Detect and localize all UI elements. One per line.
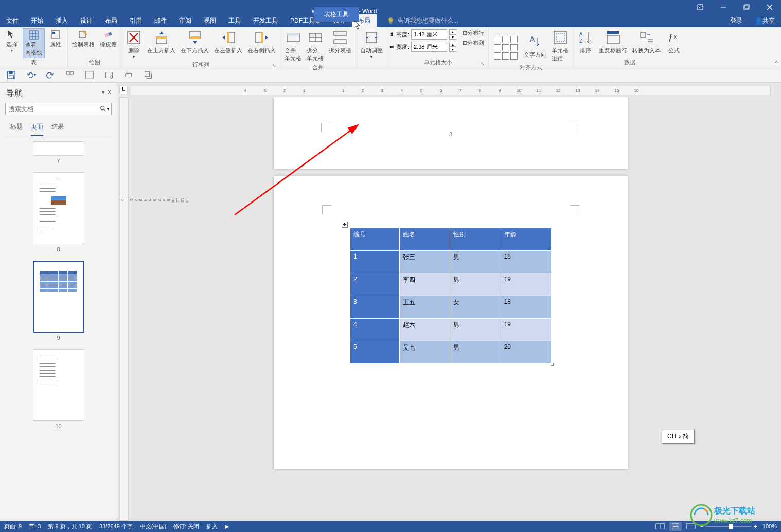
status-insert-mode[interactable]: 插入 [206,523,218,530]
table-cell[interactable]: 4 [350,319,400,341]
split-cells-button[interactable]: 拆分 单元格 [305,28,326,63]
align-tc[interactable] [502,36,509,43]
align-tr[interactable] [510,36,518,43]
menu-developer[interactable]: 开发工具 [247,14,284,27]
menu-tools[interactable]: 工具 [222,14,247,27]
table-cell[interactable]: 张三 [400,251,450,273]
status-record[interactable]: ▶ [225,523,229,530]
table-cell[interactable]: 19 [501,319,551,341]
table-row[interactable]: 3王五女18 [350,296,552,319]
distribute-rows-button[interactable]: ⊞ 分布行 [460,28,486,38]
table-row[interactable]: 1张三男18 [350,251,552,273]
align-bl[interactable] [494,52,501,60]
align-bc[interactable] [502,52,509,60]
table-cell[interactable]: 男 [450,273,501,296]
page-thumbnail-9[interactable] [33,261,84,333]
page-thumbnail-8[interactable]: ━━━━ ━━━━━━━━━━━━━━━━━━━━━━━━━━━━━━━━━━━… [33,172,84,244]
nav-search-input[interactable] [5,103,112,115]
menu-references[interactable]: 引用 [123,14,148,27]
page-thumbnail-10[interactable]: ━━━━━━━━━━━━━━━━━━━━━━━━━━━━━━━━━━━━━━━━… [33,349,84,421]
menu-layout[interactable]: 布局 [99,14,123,27]
table-cell[interactable]: 3 [350,296,400,319]
width-input[interactable] [411,42,447,52]
nav-close-button[interactable]: ✕ [107,89,112,96]
minimize-button[interactable] [712,0,735,14]
insert-right-button[interactable]: 在右侧插入 [245,28,278,56]
table-cell[interactable]: 男 [450,341,501,364]
align-ml[interactable] [494,44,501,51]
menu-insert[interactable]: 插入 [49,14,74,27]
table-row[interactable]: 4赵六男19 [350,319,552,341]
vertical-ruler[interactable]: 2112345678910111213 [119,97,129,521]
sort-button[interactable]: AZ 排序 [575,28,596,56]
menu-file[interactable]: 文件 [0,14,25,27]
alignment-grid[interactable] [494,36,518,60]
autofit-button[interactable]: 自动调整▾ [358,28,385,60]
qat-btn-7[interactable] [123,70,134,80]
view-gridlines-button[interactable]: 查看 网格线 [23,28,45,58]
table-cell[interactable]: 吴七 [400,341,450,364]
nav-search-button[interactable]: ▾ [97,103,111,115]
cell-size-launcher[interactable]: ⤡ [480,61,485,66]
restore-button[interactable] [735,0,758,14]
formula-button[interactable]: fx 公式 [664,28,684,56]
table-cell[interactable]: 18 [501,296,551,319]
select-button[interactable]: 选择▾ [2,28,22,54]
table-cell[interactable]: 20 [501,341,551,364]
redo-button[interactable] [45,70,56,80]
read-mode-button[interactable] [654,522,666,531]
table-cell[interactable]: 李四 [400,273,450,296]
ribbon-display-options[interactable] [688,0,712,14]
horizontal-ruler[interactable]: 432112345678910111213141516 [131,86,771,95]
table-resize-handle[interactable] [551,363,554,366]
convert-to-text-button[interactable]: 转换为文本 [630,28,663,56]
table-header-cell[interactable]: 编号 [350,228,400,251]
nav-tab-pages[interactable]: 页面 [31,119,43,136]
align-mr[interactable] [510,44,518,51]
undo-button[interactable]: ▾ [26,70,36,80]
page-thumbnail-7[interactable] [33,141,84,156]
delete-button[interactable]: 删除▾ [123,28,144,60]
text-direction-button[interactable]: A 文字方向 [522,32,548,60]
table-cell[interactable]: 男 [450,251,501,273]
login-button[interactable]: 登录 [724,14,749,27]
table-move-handle[interactable]: ✥ [342,222,348,228]
table-cell[interactable]: 18 [501,251,551,273]
status-language[interactable]: 中文(中国) [140,523,166,530]
width-up[interactable]: ▲ [449,42,456,47]
table-header-cell[interactable]: 年龄 [501,228,551,251]
document-table[interactable]: 编号姓名性别年龄 1张三男182李四男193王五女184赵六男195吴七男20 [350,228,552,364]
tell-me-search[interactable]: 💡 告诉我您想要做什么... [387,16,458,25]
nav-tab-results[interactable]: 结果 [51,119,64,136]
table-cell[interactable]: 女 [450,296,501,319]
table-cell[interactable]: 王五 [400,296,450,319]
ruler-corner[interactable]: L [119,86,128,94]
eraser-button[interactable]: 橡皮擦 [98,28,119,49]
menu-mailings[interactable]: 邮件 [148,14,173,27]
merge-cells-button[interactable]: 合并 单元格 [282,28,304,63]
status-page-of[interactable]: 第 9 页，共 10 页 [48,523,92,530]
draw-table-button[interactable]: 绘制表格 [70,28,97,49]
height-down[interactable]: ▼ [449,34,456,40]
menu-design[interactable]: 设计 [74,14,99,27]
insert-above-button[interactable]: 在上方插入 [145,28,177,56]
menu-view[interactable]: 视图 [198,14,222,27]
cell-margins-button[interactable]: 单元格 边距 [549,28,571,63]
status-section[interactable]: 节: 3 [29,523,41,530]
nav-tab-headings[interactable]: 标题 [10,119,23,136]
height-up[interactable]: ▲ [449,29,456,34]
table-row[interactable]: 2李四男19 [350,273,552,296]
width-down[interactable]: ▼ [449,47,456,52]
table-cell[interactable]: 男 [450,319,501,341]
properties-button[interactable]: 属性 [46,28,65,49]
repeat-header-button[interactable]: 重复标题行 [597,28,629,56]
print-layout-button[interactable] [669,522,682,531]
align-mc[interactable] [502,44,509,51]
page-9[interactable]: ✥ 编号姓名性别年龄 1张三男182李四男193王五女184赵六男195吴七男2… [274,176,628,469]
table-cell[interactable]: 19 [501,273,551,296]
table-cell[interactable]: 赵六 [400,319,450,341]
table-cell[interactable]: 5 [350,341,400,364]
qat-btn-5[interactable] [84,70,95,80]
insert-below-button[interactable]: 在下方插入 [179,28,211,56]
distribute-cols-button[interactable]: ⊟ 分布列 [460,38,486,48]
